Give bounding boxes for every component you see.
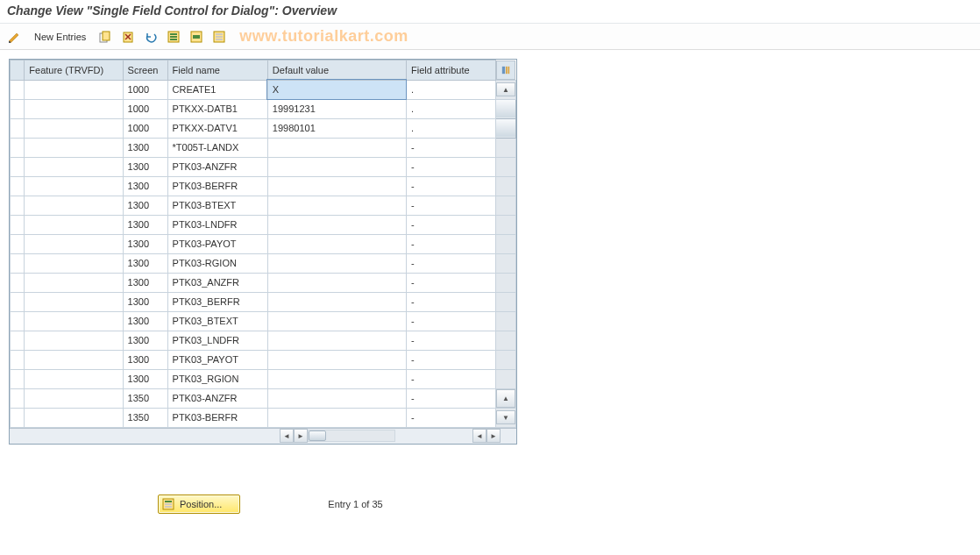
cell-field-name[interactable]: PTK03-BTEXT <box>167 196 267 215</box>
cell-field-attr[interactable]: - <box>406 408 495 427</box>
cell-default-value[interactable] <box>267 253 406 273</box>
cell-field-attr[interactable]: . <box>406 80 495 99</box>
cell-field-attr[interactable]: - <box>406 292 495 311</box>
row-selector[interactable] <box>11 176 25 196</box>
cell-feature[interactable] <box>25 292 123 311</box>
cell-screen[interactable]: 1000 <box>123 80 167 99</box>
cell-feature[interactable] <box>25 253 123 273</box>
hscroll-thumb-1[interactable] <box>309 430 326 441</box>
cell-field-name[interactable]: PTK03_RGION <box>167 369 267 388</box>
cell-field-name[interactable]: PTK03_ANZFR <box>167 273 267 292</box>
cell-field-name[interactable]: PTK03-ANZFR <box>167 157 267 176</box>
cell-screen[interactable]: 1300 <box>123 369 167 388</box>
cell-field-attr[interactable]: - <box>406 196 495 215</box>
hscroll-right-button[interactable]: ► <box>294 429 308 443</box>
row-selector[interactable] <box>11 157 25 176</box>
cell-field-attr[interactable]: - <box>406 215 495 234</box>
col-header-screen[interactable]: Screen <box>123 60 167 81</box>
cell-screen[interactable]: 1300 <box>123 176 167 196</box>
cell-default-value[interactable]: X <box>267 80 406 99</box>
cell-field-attr[interactable]: . <box>406 99 495 118</box>
cell-field-attr[interactable]: - <box>406 388 495 408</box>
row-selector[interactable] <box>11 196 25 215</box>
cell-feature[interactable] <box>25 157 123 176</box>
vscroll-up-button-2[interactable]: ▲ <box>496 389 515 408</box>
cell-field-name[interactable]: PTK03-BERFR <box>167 176 267 196</box>
cell-field-attr[interactable]: . <box>406 118 495 138</box>
cell-default-value[interactable] <box>267 350 406 369</box>
cell-field-name[interactable]: PTK03-RGION <box>167 253 267 273</box>
cell-default-value[interactable] <box>267 273 406 292</box>
cell-field-name[interactable]: PTK03_BTEXT <box>167 311 267 331</box>
vscroll-down-button[interactable]: ▼ <box>496 410 515 424</box>
select-all-button[interactable] <box>164 28 183 46</box>
select-block-button[interactable] <box>187 28 206 46</box>
cell-field-name[interactable]: PTKXX-DATV1 <box>167 118 267 138</box>
cell-screen[interactable]: 1350 <box>123 388 167 408</box>
cell-feature[interactable] <box>25 273 123 292</box>
cell-default-value[interactable]: 19991231 <box>267 99 406 118</box>
cell-field-name[interactable]: PTK03_PAYOT <box>167 350 267 369</box>
cell-default-value[interactable] <box>267 196 406 215</box>
cell-field-attr[interactable]: - <box>406 138 495 157</box>
cell-feature[interactable] <box>25 215 123 234</box>
cell-field-attr[interactable]: - <box>406 369 495 388</box>
hscroll-right-button-2[interactable]: ► <box>486 429 501 443</box>
cell-field-attr[interactable]: - <box>406 350 495 369</box>
col-header-field-attr[interactable]: Field attribute <box>406 60 495 81</box>
cell-screen[interactable]: 1300 <box>123 234 167 253</box>
cell-default-value[interactable] <box>267 331 406 350</box>
hscroll-track-1[interactable] <box>308 430 395 442</box>
row-selector[interactable] <box>11 408 25 427</box>
cell-default-value[interactable] <box>267 176 406 196</box>
cell-default-value[interactable] <box>267 234 406 253</box>
cell-field-name[interactable]: *T005T-LANDX <box>167 138 267 157</box>
vscroll-thumb[interactable] <box>496 99 516 118</box>
row-selector[interactable] <box>11 215 25 234</box>
cell-feature[interactable] <box>25 234 123 253</box>
delete-button[interactable] <box>118 28 138 46</box>
cell-feature[interactable] <box>25 331 123 350</box>
cell-field-name[interactable]: PTK03-BERFR <box>167 408 267 427</box>
cell-feature[interactable] <box>25 80 123 99</box>
cell-screen[interactable]: 1300 <box>123 311 167 331</box>
copy-as-button[interactable] <box>96 28 115 46</box>
cell-field-name[interactable]: PTK03-LNDFR <box>167 215 267 234</box>
cell-field-attr[interactable]: - <box>406 234 495 253</box>
row-selector[interactable] <box>11 311 25 331</box>
cell-default-value[interactable] <box>267 292 406 311</box>
cell-screen[interactable]: 1300 <box>123 138 167 157</box>
cell-feature[interactable] <box>25 196 123 215</box>
cell-field-name[interactable]: PTK03_LNDFR <box>167 331 267 350</box>
cell-default-value[interactable] <box>267 388 406 408</box>
cell-feature[interactable] <box>25 388 123 408</box>
cell-screen[interactable]: 1300 <box>123 215 167 234</box>
cell-feature[interactable] <box>25 176 123 196</box>
cell-field-name[interactable]: PTK03_BERFR <box>167 292 267 311</box>
row-selector[interactable] <box>11 331 25 350</box>
cell-field-name[interactable]: PTK03-ANZFR <box>167 388 267 408</box>
hscroll-left-button-2[interactable]: ◄ <box>472 429 486 443</box>
cell-default-value[interactable] <box>267 138 406 157</box>
cell-feature[interactable] <box>25 369 123 388</box>
hscroll-left-button[interactable]: ◄ <box>280 429 294 443</box>
cell-screen[interactable]: 1300 <box>123 331 167 350</box>
cell-screen[interactable]: 1350 <box>123 408 167 427</box>
cell-screen[interactable]: 1300 <box>123 196 167 215</box>
toggle-display-change-button[interactable] <box>5 28 25 46</box>
cell-field-attr[interactable]: - <box>406 331 495 350</box>
cell-screen[interactable]: 1300 <box>123 253 167 273</box>
cell-screen[interactable]: 1300 <box>123 157 167 176</box>
row-selector[interactable] <box>11 234 25 253</box>
cell-feature[interactable] <box>25 350 123 369</box>
cell-feature[interactable] <box>25 138 123 157</box>
cell-field-name[interactable]: PTK03-PAYOT <box>167 234 267 253</box>
cell-feature[interactable] <box>25 118 123 138</box>
row-selector[interactable] <box>11 388 25 408</box>
cell-field-attr[interactable]: - <box>406 157 495 176</box>
col-header-field-name[interactable]: Field name <box>167 60 267 81</box>
row-selector[interactable] <box>11 350 25 369</box>
cell-screen[interactable]: 1300 <box>123 292 167 311</box>
undo-button[interactable] <box>141 28 160 46</box>
cell-field-attr[interactable]: - <box>406 176 495 196</box>
